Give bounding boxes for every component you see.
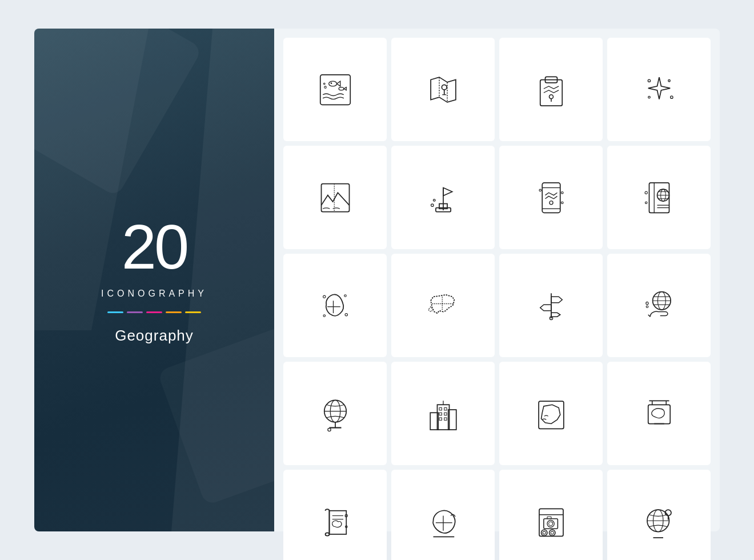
map-pin-cell: [391, 38, 495, 141]
flag-monument-icon: [423, 178, 463, 218]
direction-signs-icon: [531, 286, 571, 326]
country-map-icon: [315, 286, 355, 326]
passport-icon: [639, 178, 679, 218]
scroll-map-cell: [283, 470, 387, 560]
camera-travel-icon: [531, 502, 571, 542]
australia-map-icon: [423, 502, 463, 542]
icon-grid: [274, 29, 720, 531]
svg-rect-68: [439, 418, 442, 420]
svg-point-2: [330, 82, 332, 84]
svg-point-1: [328, 81, 336, 86]
landscape-map-icon: [315, 178, 355, 218]
svg-point-25: [539, 189, 542, 191]
city-buildings-cell: [391, 362, 495, 465]
usa-map-icon: [423, 286, 463, 326]
svg-rect-28: [649, 182, 669, 213]
svg-rect-7: [540, 79, 562, 106]
coastline-map-cell: [499, 362, 603, 465]
geography-subtitle: Geography: [115, 327, 194, 345]
svg-point-93: [549, 530, 555, 536]
iconography-label: ICONOGRAPHY: [101, 289, 207, 299]
svg-point-6: [442, 85, 447, 90]
passport-cell: [607, 146, 711, 249]
svg-point-37: [645, 191, 647, 194]
color-bar-purple: [127, 311, 143, 313]
australia-sign-cell: [607, 362, 711, 465]
color-bar-yellow: [185, 311, 201, 313]
color-bar-pink: [146, 311, 162, 313]
svg-point-91: [541, 530, 547, 536]
map-pin-icon: [423, 70, 463, 110]
svg-point-54: [645, 302, 648, 304]
location-clipboard-icon: [531, 70, 571, 110]
mobile-navigation-icon: [531, 178, 571, 218]
svg-point-26: [561, 191, 563, 194]
svg-point-4: [324, 86, 326, 88]
globe-hand-cell: [607, 254, 711, 357]
svg-point-41: [323, 295, 325, 298]
svg-point-20: [433, 199, 435, 201]
svg-point-24: [549, 201, 552, 204]
svg-point-13: [670, 95, 672, 98]
aquatic-life-cell: [283, 38, 387, 141]
globe-hand-icon: [639, 286, 679, 326]
landscape-map-cell: [283, 146, 387, 249]
svg-rect-64: [439, 407, 442, 410]
svg-point-94: [551, 531, 554, 534]
globe-stand-cell: [283, 362, 387, 465]
svg-point-27: [561, 202, 563, 204]
color-bars: [107, 311, 201, 313]
flag-monument-cell: [391, 146, 495, 249]
icon-count: 20: [122, 215, 187, 278]
scroll-map-icon: [315, 502, 355, 542]
svg-point-12: [648, 96, 650, 98]
svg-point-3: [339, 87, 344, 90]
country-map-cell: [283, 254, 387, 357]
svg-rect-67: [444, 413, 446, 415]
svg-point-19: [431, 203, 433, 206]
svg-rect-90: [547, 517, 551, 519]
svg-point-38: [645, 202, 647, 204]
compass-star-cell: [607, 38, 711, 141]
globe-location-icon: [639, 502, 679, 542]
mobile-navigation-cell: [499, 146, 603, 249]
svg-point-11: [668, 79, 670, 82]
svg-rect-77: [329, 510, 346, 534]
direction-signs-cell: [499, 254, 603, 357]
svg-point-5: [323, 83, 325, 85]
main-container: 20 ICONOGRAPHY Geography: [34, 29, 720, 531]
left-content: 20 ICONOGRAPHY Geography: [101, 215, 207, 345]
globe-stand-icon: [315, 394, 355, 434]
australia-map-cell: [391, 470, 495, 560]
usa-map-cell: [391, 254, 495, 357]
aquatic-life-icon: [315, 70, 355, 110]
svg-point-10: [648, 79, 650, 82]
svg-point-9: [549, 94, 553, 98]
svg-point-55: [646, 306, 648, 308]
compass-star-icon: [639, 70, 679, 110]
svg-rect-65: [444, 407, 446, 410]
coastline-map-icon: [531, 394, 571, 434]
color-bar-orange: [166, 311, 182, 313]
svg-point-43: [345, 313, 347, 315]
left-panel: 20 ICONOGRAPHY Geography: [34, 29, 274, 531]
svg-rect-66: [439, 413, 442, 415]
camera-travel-cell: [499, 470, 603, 560]
globe-location-cell: [607, 470, 711, 560]
svg-point-44: [323, 314, 326, 317]
svg-point-92: [543, 531, 546, 534]
australia-sign-icon: [639, 394, 679, 434]
svg-rect-69: [444, 418, 446, 420]
svg-point-42: [344, 294, 346, 297]
color-bar-cyan: [107, 311, 123, 313]
svg-point-89: [548, 522, 552, 526]
svg-point-88: [547, 520, 554, 527]
city-buildings-icon: [423, 394, 463, 434]
location-clipboard-cell: [499, 38, 603, 141]
svg-point-60: [327, 428, 330, 431]
